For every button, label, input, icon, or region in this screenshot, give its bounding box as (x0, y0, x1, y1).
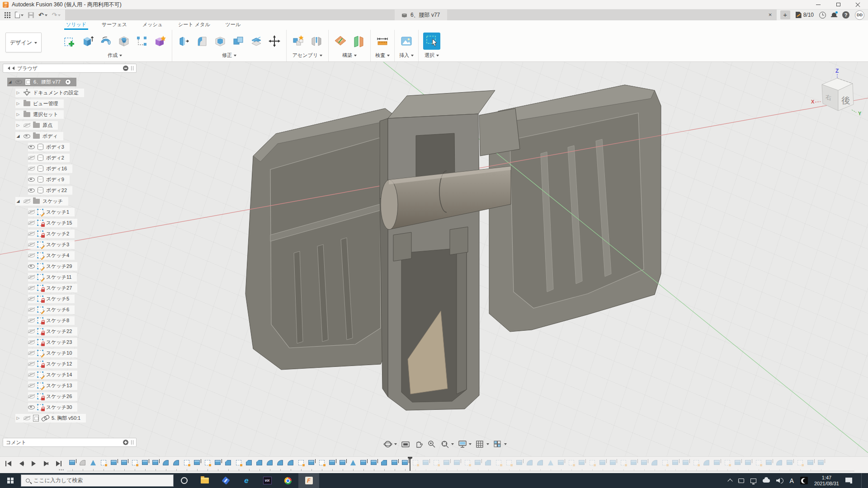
file-menu-button[interactable] (15, 12, 24, 18)
rectangular-pattern-button[interactable] (135, 34, 149, 48)
timeline-feature[interactable] (452, 459, 462, 470)
body-row[interactable]: ボディ3 (28, 143, 70, 151)
step-back-button[interactable] (18, 460, 25, 467)
taskbar-search-input[interactable]: ここに入力して検索 (21, 474, 174, 487)
look-at-button[interactable] (401, 440, 410, 449)
minimize-panel-icon[interactable] (123, 66, 128, 71)
timeline-feature[interactable] (379, 459, 389, 470)
pan-button[interactable] (414, 440, 423, 449)
timeline-feature[interactable] (348, 459, 358, 470)
document-tab[interactable]: 6、腰部 v77 (395, 9, 447, 20)
sketch-row[interactable]: スケッチ30 (28, 403, 77, 412)
timeline-feature[interactable] (212, 459, 223, 470)
timeline-feature[interactable] (576, 459, 587, 470)
timeline-feature[interactable] (472, 459, 483, 470)
visibility-eye-icon[interactable] (15, 80, 22, 84)
timeline-feature[interactable] (784, 459, 795, 470)
vix-app-button[interactable]: ViX (257, 473, 278, 488)
sketch-row[interactable]: スケッチ23 (28, 338, 77, 347)
timeline-feature[interactable] (88, 459, 98, 470)
timeline-feature[interactable] (597, 459, 608, 470)
new-tab-button[interactable]: + (780, 10, 790, 19)
timeline-feature[interactable] (504, 459, 514, 470)
timeline-feature[interactable] (202, 459, 212, 470)
tray-app-icon[interactable] (800, 477, 808, 484)
group-label-create[interactable]: 作成 (108, 52, 122, 59)
browser-item-bodies-folder[interactable]: ◢ ボディ (15, 132, 63, 141)
viewcube[interactable]: 後 右 Z X Y (808, 66, 865, 125)
timeline-feature[interactable] (556, 459, 566, 470)
maximize-button[interactable] (828, 0, 848, 9)
taskbar-clock[interactable]: 1:47 2021/08/31 (814, 475, 839, 487)
joint-button[interactable] (309, 34, 324, 48)
network-tray-icon[interactable] (750, 479, 756, 483)
hole-button[interactable] (117, 34, 131, 48)
measure-button[interactable] (375, 34, 390, 48)
visibility-eye-icon[interactable] (28, 275, 35, 279)
sketch-row[interactable]: スケッチ6 (28, 305, 75, 314)
go-to-start-button[interactable] (5, 460, 13, 467)
expand-arrow-icon[interactable]: ▷ (15, 416, 21, 420)
visibility-eye-icon[interactable] (28, 329, 35, 333)
group-label-select[interactable]: 選択 (425, 52, 439, 59)
timeline-feature[interactable] (441, 459, 452, 470)
visibility-eye-icon[interactable] (24, 134, 30, 138)
shell-button[interactable] (213, 34, 227, 48)
visibility-eye-icon[interactable] (28, 232, 35, 236)
timeline-feature[interactable] (795, 459, 805, 470)
timeline-feature[interactable] (514, 459, 524, 470)
timeline-feature[interactable] (254, 459, 264, 470)
timeline-feature[interactable] (670, 459, 680, 470)
visibility-eye-icon[interactable] (28, 167, 35, 171)
visibility-eye-icon[interactable] (24, 123, 30, 127)
timeline-feature[interactable] (545, 459, 556, 470)
timeline-feature[interactable] (108, 459, 119, 470)
timeline-feature[interactable] (524, 459, 535, 470)
timeline-feature[interactable] (639, 459, 649, 470)
timeline-feature[interactable] (764, 459, 774, 470)
timeline-feature[interactable] (389, 459, 400, 470)
minimize-button[interactable] (808, 0, 828, 9)
add-comment-icon[interactable] (123, 440, 128, 445)
visibility-eye-icon[interactable] (24, 199, 30, 203)
browser-item-view-management[interactable]: ▷ ビュー管理 (15, 99, 64, 108)
visibility-eye-icon[interactable] (28, 319, 35, 323)
visibility-eye-icon[interactable] (28, 156, 35, 160)
close-button[interactable] (848, 0, 868, 9)
timeline-feature[interactable] (743, 459, 753, 470)
help-icon[interactable] (842, 11, 849, 19)
sketch-row[interactable]: スケッチ11 (28, 273, 77, 282)
sketch-row[interactable]: スケッチ22 (28, 327, 77, 336)
browser-item-selection-sets[interactable]: ▷ 選択セット (15, 110, 64, 119)
timeline-feature[interactable] (368, 459, 379, 470)
visibility-eye-icon[interactable] (28, 351, 35, 355)
new-component-button[interactable] (291, 34, 306, 48)
fit-button[interactable] (440, 440, 454, 449)
timeline-feature[interactable] (275, 459, 285, 470)
hidden-icons-chevron[interactable] (727, 479, 732, 483)
expand-arrow-icon[interactable]: ◢ (15, 199, 21, 203)
tab-tools[interactable]: ツール (225, 21, 241, 30)
visibility-eye-icon[interactable] (28, 188, 35, 192)
visibility-eye-icon[interactable] (28, 297, 35, 301)
job-status-badge[interactable]: 8/10 (796, 12, 814, 18)
group-label-inspect[interactable]: 検査 (375, 52, 390, 59)
go-to-end-button[interactable] (54, 460, 61, 467)
timeline-playhead[interactable] (410, 458, 410, 471)
timeline-feature[interactable] (358, 459, 368, 470)
timeline-feature[interactable] (244, 459, 254, 470)
timeline-feature[interactable] (316, 459, 327, 470)
timeline-feature[interactable] (223, 459, 233, 470)
timeline-feature[interactable] (774, 459, 784, 470)
expand-arrow-icon[interactable]: ▷ (15, 123, 21, 127)
expand-arrow-icon[interactable]: ▷ (15, 101, 21, 106)
timeline-feature[interactable] (400, 459, 410, 470)
timeline-feature[interactable] (649, 459, 660, 470)
timeline-feature[interactable] (587, 459, 597, 470)
body-row[interactable]: ボディ2 (28, 154, 70, 162)
timeline-feature[interactable] (264, 459, 275, 470)
visibility-eye-icon[interactable] (28, 264, 35, 268)
internet-explorer-button[interactable]: e (236, 473, 257, 488)
timeline-feature[interactable] (119, 459, 129, 470)
timeline-feature[interactable] (410, 459, 420, 470)
